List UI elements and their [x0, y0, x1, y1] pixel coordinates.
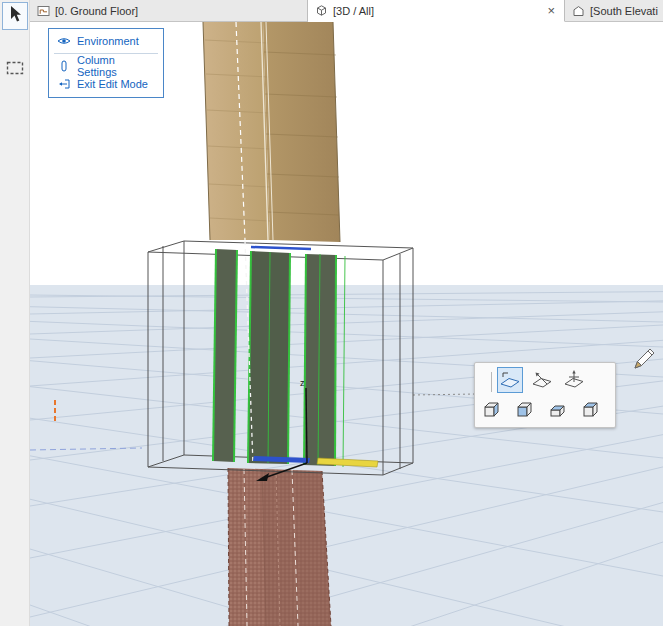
palette-row-planes — [497, 367, 587, 393]
edit-mode-context-menu: Environment Column Settings — [48, 28, 164, 98]
marquee-icon — [6, 61, 24, 79]
arrow-cursor-icon — [7, 5, 23, 27]
edit-plane-free-button[interactable] — [561, 367, 587, 393]
ground-plane — [30, 285, 663, 626]
3d-view-icon — [315, 4, 328, 17]
column-upper[interactable] — [203, 22, 340, 242]
cube-bottom-face-icon — [480, 399, 504, 421]
tab-ground-floor[interactable]: [0. Ground Floor] — [30, 0, 308, 22]
menu-item-label: Exit Edit Mode — [77, 78, 148, 90]
close-icon[interactable]: × — [545, 4, 557, 17]
menu-item-column-settings[interactable]: Column Settings — [49, 57, 163, 75]
edit-plane-horizontal-icon — [498, 369, 522, 391]
3d-viewport[interactable]: z Environment — [30, 22, 663, 626]
menu-item-label: Column Settings — [77, 54, 155, 78]
tab-label: [South Elevati — [590, 5, 658, 17]
tab-south-elevation[interactable]: [South Elevati — [565, 0, 663, 22]
edit-plane-tilted-button[interactable] — [529, 367, 555, 393]
exit-icon — [57, 79, 71, 89]
elevation-icon — [572, 5, 585, 17]
marquee-tool[interactable] — [2, 56, 28, 84]
cube-slab-icon — [546, 399, 570, 421]
editing-plane-palette — [474, 362, 616, 428]
z-axis-label: z — [300, 378, 305, 388]
menu-item-label: Environment — [77, 35, 139, 47]
cube-top-face-button[interactable] — [578, 397, 604, 423]
tab-3d-all[interactable]: [3D / All] × — [308, 0, 565, 22]
edit-plane-free-icon — [562, 369, 586, 391]
selection-blue-edge-top — [251, 247, 311, 249]
cube-side-face-icon — [513, 399, 537, 421]
pencil-cursor-icon — [631, 346, 657, 376]
edit-plane-tilted-icon — [530, 369, 554, 391]
cube-top-face-icon — [579, 399, 603, 421]
tab-label: [3D / All] — [333, 5, 374, 17]
palette-row-cubes — [479, 397, 604, 423]
palette-separator — [491, 372, 492, 392]
arrow-tool[interactable] — [2, 2, 28, 30]
eye-icon — [57, 36, 71, 46]
tab-label: [0. Ground Floor] — [55, 5, 138, 17]
menu-item-exit-edit-mode[interactable]: Exit Edit Mode — [49, 75, 163, 93]
column-lower[interactable] — [228, 468, 331, 626]
tab-bar: [0. Ground Floor] [3D / All] × [South El… — [30, 0, 663, 22]
menu-item-environment[interactable]: Environment — [49, 32, 163, 50]
cube-slab-button[interactable] — [545, 397, 571, 423]
cube-side-face-button[interactable] — [512, 397, 538, 423]
tool-palette — [0, 0, 30, 626]
edit-plane-horizontal-button[interactable] — [497, 367, 523, 393]
3d-scene: z — [30, 22, 663, 626]
cube-bottom-face-button[interactable] — [479, 397, 505, 423]
column-icon — [57, 60, 71, 72]
app-window: [0. Ground Floor] [3D / All] × [South El… — [0, 0, 663, 626]
floor-plan-icon — [37, 5, 50, 17]
